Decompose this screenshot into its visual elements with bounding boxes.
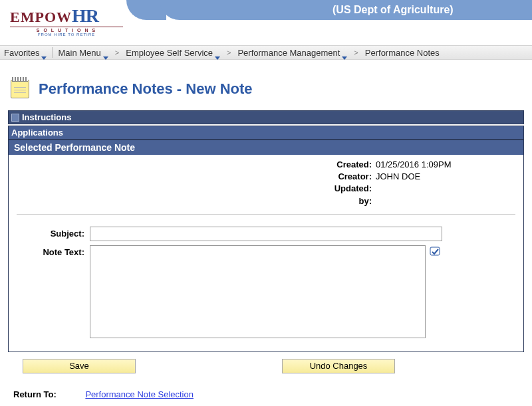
breadcrumb-item-label: Employee Self Service bbox=[126, 48, 213, 58]
applications-section-bar: Applications bbox=[8, 126, 524, 140]
breadcrumb-separator bbox=[52, 47, 53, 58]
creator-value: JOHN DOE bbox=[376, 171, 495, 183]
instructions-section-bar[interactable]: Instructions bbox=[8, 110, 524, 124]
divider bbox=[17, 214, 515, 215]
spellcheck-icon[interactable] bbox=[430, 245, 442, 257]
app-header: (US Dept of Agriculture) EMPOWHR S O L U… bbox=[0, 0, 532, 45]
creator-label: Creator: bbox=[309, 171, 376, 183]
created-label: Created: bbox=[309, 159, 376, 171]
org-name: (US Dept of Agriculture) bbox=[332, 4, 454, 15]
breadcrumb-chevron: > bbox=[115, 49, 119, 56]
logo-text-a: EMPOW bbox=[10, 9, 72, 25]
breadcrumb-main-menu-label: Main Menu bbox=[58, 48, 100, 58]
breadcrumb-favorites-label: Favorites bbox=[4, 48, 39, 58]
created-value: 01/25/2016 1:09PM bbox=[376, 159, 495, 171]
subject-input[interactable] bbox=[90, 227, 442, 241]
chevron-down-icon bbox=[215, 56, 220, 60]
breadcrumb-chevron: > bbox=[227, 49, 231, 56]
save-button[interactable]: Save bbox=[23, 359, 136, 373]
chevron-down-icon bbox=[342, 56, 347, 60]
breadcrumb-item-perf-notes[interactable]: Performance Notes bbox=[365, 48, 440, 58]
title-row: Performance Notes - New Note bbox=[8, 80, 524, 98]
breadcrumb-chevron: > bbox=[354, 49, 358, 56]
logo-text-b: HR bbox=[72, 5, 98, 26]
org-banner: (US Dept of Agriculture) bbox=[160, 0, 532, 20]
undo-changes-button[interactable]: Undo Changes bbox=[282, 359, 395, 373]
instructions-label: Instructions bbox=[22, 112, 71, 122]
breadcrumb-item-ess[interactable]: Employee Self Service bbox=[126, 48, 220, 58]
logo: EMPOWHR S O L U T I O N S FROM HIRE TO R… bbox=[10, 5, 123, 37]
subject-row: Subject: bbox=[17, 227, 515, 241]
breadcrumb-main-menu[interactable]: Main Menu bbox=[58, 48, 108, 58]
subject-label: Subject: bbox=[17, 227, 90, 239]
return-link[interactable]: Performance Note Selection bbox=[85, 389, 194, 399]
breadcrumb-favorites[interactable]: Favorites bbox=[4, 48, 47, 58]
notepad-icon bbox=[11, 80, 29, 98]
updated-value bbox=[376, 183, 495, 195]
breadcrumb-item-label: Performance Management bbox=[237, 48, 340, 58]
selected-note-panel: Selected Performance Note Created: 01/25… bbox=[8, 140, 524, 352]
updated-label: Updated: bbox=[309, 183, 376, 195]
breadcrumb-item-perf-mgmt[interactable]: Performance Management bbox=[237, 48, 347, 58]
logo-tag: FROM HIRE TO RETIRE bbox=[10, 33, 123, 37]
applications-label: Applications bbox=[11, 128, 63, 138]
page-body: Performance Notes - New Note Instruction… bbox=[0, 60, 532, 406]
chevron-down-icon bbox=[41, 56, 47, 60]
breadcrumb: Favorites Main Menu > Employee Self Serv… bbox=[0, 45, 532, 60]
breadcrumb-item-label: Performance Notes bbox=[365, 48, 440, 58]
note-text-row: Note Text: bbox=[17, 245, 515, 338]
return-label: Return To: bbox=[13, 389, 57, 399]
note-metadata: Created: 01/25/2016 1:09PM Creator: JOHN… bbox=[309, 159, 515, 207]
button-row: Save Undo Changes bbox=[8, 359, 524, 373]
updated-by-label: by: bbox=[309, 195, 376, 207]
expand-icon[interactable] bbox=[11, 114, 19, 122]
selected-note-header: Selected Performance Note bbox=[9, 140, 523, 155]
chevron-down-icon bbox=[103, 56, 108, 60]
note-text-label: Note Text: bbox=[17, 245, 90, 257]
selected-note-label: Selected Performance Note bbox=[14, 142, 135, 153]
updated-by-value bbox=[376, 195, 495, 207]
note-text-input[interactable] bbox=[90, 245, 426, 338]
logo-sub: S O L U T I O N S bbox=[10, 27, 123, 33]
page-title: Performance Notes - New Note bbox=[39, 80, 253, 98]
form-area: Created: 01/25/2016 1:09PM Creator: JOHN… bbox=[9, 155, 523, 352]
return-row: Return To: Performance Note Selection bbox=[8, 389, 524, 399]
button-gap bbox=[136, 359, 282, 373]
